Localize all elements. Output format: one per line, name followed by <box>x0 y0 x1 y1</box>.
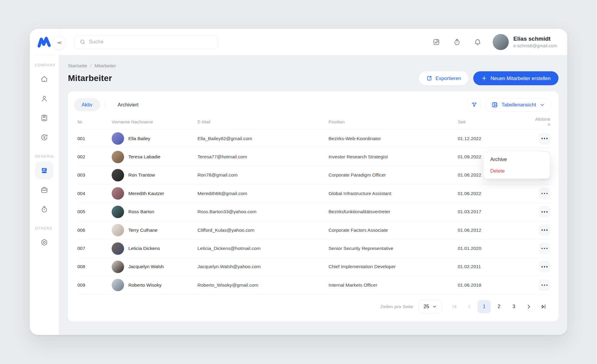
employee-name: Ella Bailey <box>128 136 150 141</box>
cell-name: Meredith Kautzer <box>112 187 197 200</box>
user-email: e-schmidt@gmail.com <box>513 43 557 48</box>
notifications-button[interactable] <box>471 36 484 48</box>
table-view-icon <box>491 101 498 108</box>
cell-email: Ross.Barton33@yahoo.com <box>197 209 329 214</box>
cell-email: Roberto_Wisoky@gmail.com <box>197 282 329 288</box>
cell-email: Jacquelyn.Walsh@yahoo.com <box>197 264 329 269</box>
search-input[interactable] <box>89 39 213 45</box>
row-context-menu: Archive Delete <box>484 152 550 179</box>
context-menu-delete[interactable]: Delete <box>490 168 543 174</box>
time-tracker-button[interactable] <box>451 36 463 48</box>
page-button-2[interactable]: 2 <box>492 300 506 313</box>
sidebar: COMPANY $ <box>30 29 59 335</box>
sidebar-item-home[interactable] <box>35 70 53 88</box>
sidebar-collapse-button[interactable] <box>52 36 66 49</box>
stopwatch-icon <box>453 38 461 46</box>
cell-seit: 01.06.2022 <box>458 191 528 196</box>
employee-avatar <box>112 132 124 145</box>
employee-avatar <box>112 242 124 255</box>
table-row[interactable]: 001 Ella Bailey Ella_Bailey82@gmail.com … <box>77 130 550 148</box>
sidebar-item-jobs[interactable] <box>35 181 53 199</box>
cell-name: Ella Bailey <box>112 132 197 145</box>
search-box[interactable] <box>75 35 218 49</box>
row-actions-button[interactable] <box>539 224 550 236</box>
tab-archiviert[interactable]: Archiviert <box>110 98 146 111</box>
rows-per-page-value: 25 <box>423 304 429 309</box>
cell-nr: 003 <box>77 172 112 178</box>
next-page-button[interactable] <box>522 300 535 313</box>
table-row[interactable]: 006 Terry Culhane Clifford_Kulas@yahoo.c… <box>77 221 550 239</box>
cell-position: Corporate Paradigm Officer <box>329 172 458 178</box>
table-row[interactable]: 005 Ross Barton Ross.Barton33@yahoo.com … <box>77 203 550 221</box>
reports-button[interactable] <box>430 36 442 48</box>
sidebar-item-settings[interactable] <box>35 233 53 251</box>
rows-per-page-select[interactable]: 25 <box>419 300 442 313</box>
sidebar-item-time-tracking[interactable] <box>35 200 53 218</box>
sidebar-item-employees-active[interactable] <box>35 161 53 180</box>
sidebar-item-handbook[interactable] <box>35 109 53 127</box>
skip-first-icon <box>451 303 458 310</box>
table-row[interactable]: 009 Roberto Wisoky Roberto_Wisoky@gmail.… <box>77 276 550 294</box>
col-header-aktionen: Aktionen <box>535 117 550 127</box>
cell-seit: 01.12.2022 <box>458 136 528 141</box>
view-switcher-label: Tabellenansicht <box>501 102 536 108</box>
cell-name: Teresa Labadie <box>112 151 197 163</box>
col-header-position: Position <box>329 119 458 124</box>
employee-avatar <box>112 279 124 291</box>
last-page-button[interactable] <box>537 300 550 313</box>
view-switcher-dropdown[interactable]: Tabellenansicht <box>485 98 551 112</box>
page-button-3[interactable]: 3 <box>507 300 521 313</box>
chevron-left-icon <box>466 303 473 310</box>
create-employee-button[interactable]: Neuen Mitarbeiter erstellen <box>473 71 558 85</box>
rows-per-page-label: Zeilen pro Seite <box>380 304 413 309</box>
table-row[interactable]: 003 Ron Trantow Ron78@gmail.com Corporat… <box>77 166 550 184</box>
cell-position: Internal Markets Officer <box>329 282 458 288</box>
tab-divider <box>105 101 105 108</box>
search-icon <box>79 39 86 45</box>
cell-nr: 004 <box>77 191 112 196</box>
employees-table: Nr. Vorname Nachname E-Mail Position Sei… <box>68 114 558 295</box>
row-actions-button[interactable] <box>539 243 550 254</box>
row-actions-button[interactable] <box>539 261 550 272</box>
tab-aktiv[interactable]: Aktiv <box>74 98 100 111</box>
prev-page-button[interactable] <box>463 300 476 313</box>
sidebar-section-general: GENERAL <box>30 154 59 159</box>
row-actions-button[interactable] <box>539 206 550 217</box>
cell-nr: 007 <box>77 246 112 251</box>
filter-button[interactable] <box>467 98 481 112</box>
cell-actions <box>539 188 550 199</box>
cell-email: Meredith66@gmail.com <box>197 191 329 196</box>
page-button-1[interactable]: 1 <box>477 300 491 313</box>
table-row[interactable]: 002 Teresa Labadie Teresa77@hotmail.com … <box>77 148 550 166</box>
cell-name: Terry Culhane <box>112 224 197 236</box>
col-header-email: E-Mail <box>197 119 329 124</box>
breadcrumb-startseite[interactable]: Startseite <box>68 63 87 68</box>
first-page-button[interactable] <box>448 300 461 313</box>
context-menu-archive[interactable]: Archive <box>490 157 543 162</box>
cell-actions <box>539 133 550 144</box>
content-area: Startseite / Mitarbeiter Mitarbeiter Exp… <box>59 55 567 335</box>
sidebar-item-people[interactable] <box>35 89 53 108</box>
table-row[interactable]: 008 Jacquelyn Walsh Jacquelyn.Walsh@yaho… <box>77 258 550 276</box>
table-row[interactable]: 004 Meredith Kautzer Meredith66@gmail.co… <box>77 184 550 203</box>
sidebar-item-payroll[interactable]: $ <box>35 128 53 147</box>
status-tabs: Aktiv Archiviert <box>74 98 146 111</box>
book-saved-icon <box>40 114 48 122</box>
row-actions-button[interactable] <box>539 279 550 291</box>
cell-seit: 01.03.2017 <box>458 209 528 214</box>
id-cards-icon <box>40 167 48 174</box>
breadcrumb-mitarbeiter: Mitarbeiter <box>95 63 116 68</box>
cell-actions <box>539 279 550 291</box>
row-actions-button[interactable] <box>539 133 550 144</box>
user-menu[interactable]: Elias schmidt e-schmidt@gmail.com <box>493 34 557 50</box>
employee-name: Roberto Wisoky <box>128 282 161 288</box>
home-icon <box>40 75 48 83</box>
table-row[interactable]: 007 Leticia Dickens Leticia_Dickens@hotm… <box>77 239 550 258</box>
cell-name: Ross Barton <box>112 206 197 218</box>
cell-name: Roberto Wisoky <box>112 279 197 291</box>
chevron-right-icon <box>525 303 532 310</box>
cell-seit: 01.06.2018 <box>458 282 528 288</box>
export-button[interactable]: Exportieren <box>419 71 468 85</box>
row-actions-button[interactable] <box>539 188 550 199</box>
col-header-seit: Seit <box>458 119 528 124</box>
